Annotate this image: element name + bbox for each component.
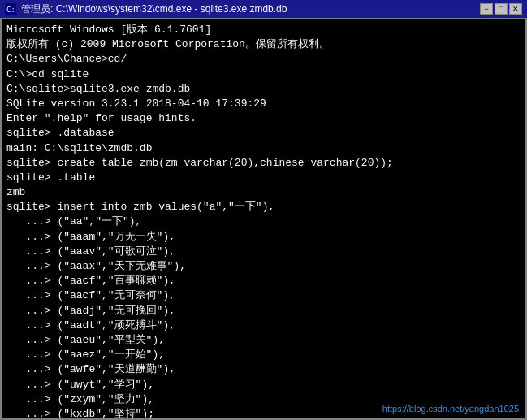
terminal-line: ...> ("aaav","可歌可泣"), <box>6 245 521 259</box>
terminal-line: Microsoft Windows [版本 6.1.7601] <box>6 23 521 37</box>
terminal-line: zmb <box>6 185 521 200</box>
minimize-button[interactable]: − <box>480 3 493 15</box>
terminal-line: main: C:\sqlite\zmdb.db <box>6 141 521 156</box>
terminal-line: ...> ("aaeu","平型关"), <box>6 333 521 348</box>
window-title: 管理员: C:\Windows\system32\cmd.exe - sqlit… <box>21 2 287 16</box>
terminal-line: Enter ".help" for usage hints. <box>6 111 521 126</box>
terminal-line: ...> ("awfe","天道酬勤"), <box>6 362 521 377</box>
terminal-line: C:\Users\Chance>cd/ <box>6 52 521 67</box>
svg-text:C:: C: <box>6 6 15 14</box>
maximize-button[interactable]: □ <box>495 3 508 15</box>
terminal-line: sqlite> .database <box>6 126 521 141</box>
terminal-line: SQLite version 3.23.1 2018-04-10 17:39:2… <box>6 97 521 111</box>
terminal-line: ...> ("aacf","无可奈何"), <box>6 288 521 303</box>
terminal-line: ...> ("aacf","百事聊赖"), <box>6 274 521 288</box>
cmd-icon: C: <box>5 3 16 15</box>
terminal-border: Microsoft Windows [版本 6.1.7601]版权所有 (c) … <box>0 18 527 420</box>
watermark: https://blog.csdn.net/yangdan1025 <box>382 404 519 414</box>
title-bar: C: 管理员: C:\Windows\system32\cmd.exe - sq… <box>0 0 527 18</box>
terminal-line: ...> ("aaez","一开始"), <box>6 348 521 362</box>
terminal-line: C:\sqlite>sqlite3.exe zmdb.db <box>6 82 521 97</box>
terminal-line: ...> ("uwyt","学习"), <box>6 378 521 392</box>
terminal-line: sqlite> .table <box>6 171 521 185</box>
terminal-content: Microsoft Windows [版本 6.1.7601]版权所有 (c) … <box>2 19 525 418</box>
terminal-line: C:\>cd sqlite <box>6 67 521 82</box>
terminal-line: ...> ("aadj","无可挽回"), <box>6 304 521 318</box>
terminal-line: 版权所有 (c) 2009 Microsoft Corporation。保留所有… <box>6 37 521 52</box>
terminal-line: ...> ("aa","一下"), <box>6 214 521 229</box>
title-bar-left: C: 管理员: C:\Windows\system32\cmd.exe - sq… <box>5 2 287 16</box>
terminal-line: sqlite> insert into zmb values("a","一下")… <box>6 200 521 214</box>
close-button[interactable]: ✕ <box>509 3 522 15</box>
terminal-line: ...> ("aaax","天下无难事"), <box>6 259 521 274</box>
terminal-line: ...> ("aadt","顽死搏斗"), <box>6 318 521 333</box>
terminal-line: sqlite> create table zmb(zm varchar(20),… <box>6 156 521 171</box>
window-controls: − □ ✕ <box>480 3 522 15</box>
terminal-line: ...> ("aaam","万无一失"), <box>6 230 521 245</box>
